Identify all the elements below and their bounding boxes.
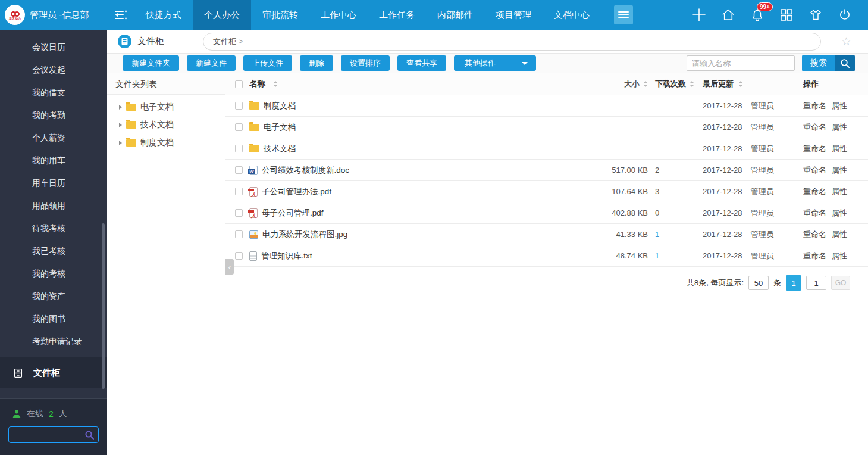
sidebar-menu-item[interactable]: 会议日历 (0, 36, 107, 58)
home-icon[interactable] (720, 7, 736, 23)
file-name-link[interactable]: 电子文档 (264, 122, 296, 133)
breadcrumb[interactable]: 文件柜 > (203, 33, 821, 51)
sort-icon-size[interactable] (643, 81, 648, 87)
sort-icon-name[interactable] (273, 81, 278, 87)
properties-link[interactable]: 属性 (832, 144, 847, 154)
row-checkbox[interactable] (235, 102, 243, 110)
properties-link[interactable]: 属性 (832, 251, 847, 261)
nav-tab[interactable]: 快捷方式 (134, 0, 193, 30)
sidebar-menu-item[interactable]: 我的用车 (0, 149, 107, 172)
sidebar-menu-item[interactable]: 待我考核 (0, 217, 107, 239)
toolbar-button[interactable]: 查看共享 (397, 55, 446, 71)
sidebar-menu-item[interactable]: 我的借支 (0, 81, 107, 104)
search-input[interactable] (687, 55, 795, 71)
online-label: 在线 (27, 409, 43, 419)
file-name-link[interactable]: 公司绩效考核制度新.doc (262, 165, 349, 176)
sidebar-menu-item[interactable]: 我的资产 (0, 285, 107, 307)
file-name-link[interactable]: 管理知识库.txt (261, 251, 312, 261)
sidebar-menu-item[interactable]: 用车日历 (0, 172, 107, 194)
search-icon[interactable] (835, 55, 855, 71)
row-checkbox[interactable] (235, 188, 243, 195)
tree-collapse-handle[interactable]: ‹ (225, 259, 234, 275)
file-name-link[interactable]: 子公司管理办法.pdf (262, 186, 331, 197)
online-user-icon (12, 409, 21, 419)
expand-arrow-icon[interactable] (119, 105, 122, 110)
expand-arrow-icon[interactable] (119, 141, 122, 145)
sidebar-search-icon[interactable] (84, 430, 95, 440)
nav-tab[interactable]: 工作任务 (368, 0, 426, 30)
logout-power-icon[interactable] (837, 7, 853, 23)
sidebar-scrollbar[interactable] (102, 223, 105, 389)
current-page-button[interactable]: 1 (786, 275, 801, 291)
row-checkbox[interactable] (235, 252, 243, 260)
company-logo: 华天动力 (5, 5, 25, 25)
search-button[interactable]: 搜索 (802, 55, 835, 71)
sidebar-menu-item[interactable]: 用品领用 (0, 194, 107, 217)
sort-icon-updated[interactable] (738, 81, 743, 87)
sidebar-menu-item[interactable]: 我的考核 (0, 262, 107, 285)
sidebar-menu-item[interactable]: 个人薪资 (0, 126, 107, 149)
select-all-checkbox[interactable] (235, 80, 243, 88)
more-menu-icon[interactable] (614, 5, 633, 24)
sort-icon-downloads[interactable] (690, 81, 694, 87)
file-name-link[interactable]: 母子公司管理.pdf (262, 208, 324, 219)
properties-link[interactable]: 属性 (832, 165, 847, 176)
toolbar-button[interactable]: 上传文件 (243, 55, 292, 71)
row-checkbox[interactable] (235, 145, 243, 152)
last-updated-cell: 2017-12-28 管理员 (695, 144, 800, 154)
row-checkbox[interactable] (235, 209, 243, 217)
sidebar-menu-item[interactable]: 会议发起 (0, 58, 107, 81)
more-actions-dropdown[interactable]: 其他操作 (454, 55, 536, 71)
sidebar-menu-item[interactable]: 考勤申请记录 (0, 330, 107, 353)
nav-tab[interactable]: 内部邮件 (426, 0, 484, 30)
rename-link[interactable]: 重命名 (803, 122, 826, 133)
row-checkbox[interactable] (235, 123, 243, 131)
chevron-down-icon (522, 62, 528, 65)
rename-link[interactable]: 重命名 (803, 165, 826, 176)
properties-link[interactable]: 属性 (832, 101, 847, 111)
toolbar-button[interactable]: 删除 (300, 55, 333, 71)
toolbar-button[interactable]: 设置排序 (341, 55, 390, 71)
sidebar-search-box (8, 426, 99, 443)
tree-folder-item[interactable]: 电子文档 (107, 98, 225, 116)
nav-tab[interactable]: 项目管理 (484, 0, 543, 30)
go-button[interactable]: GO (831, 276, 850, 290)
file-name-link[interactable]: 制度文档 (264, 101, 296, 111)
properties-link[interactable]: 属性 (832, 229, 847, 240)
rename-link[interactable]: 重命名 (803, 251, 826, 261)
nav-tab[interactable]: 文档中心 (543, 0, 601, 30)
rename-link[interactable]: 重命名 (803, 101, 826, 111)
sidebar-menu-item[interactable]: 我已考核 (0, 239, 107, 262)
expand-arrow-icon[interactable] (119, 123, 122, 127)
properties-link[interactable]: 属性 (832, 186, 847, 197)
sidebar-section-filecabinet[interactable]: 文件柜 (0, 357, 107, 388)
rename-link[interactable]: 重命名 (803, 186, 826, 197)
nav-tab[interactable]: 个人办公 (193, 0, 251, 30)
goto-page-input[interactable] (806, 276, 826, 290)
breadcrumb-item[interactable]: 文件柜 (213, 36, 236, 47)
nav-tab[interactable]: 工作中心 (309, 0, 368, 30)
row-checkbox[interactable] (235, 166, 243, 174)
properties-link[interactable]: 属性 (832, 208, 847, 219)
sidebar-menu-item[interactable]: 我的考勤 (0, 104, 107, 126)
properties-link[interactable]: 属性 (832, 122, 847, 133)
file-name-link[interactable]: 电力系统开发流程图.jpg (262, 229, 347, 240)
theme-shirt-icon[interactable] (808, 7, 823, 23)
notifications-bell-icon[interactable]: 99+ (750, 7, 765, 23)
rename-link[interactable]: 重命名 (803, 229, 826, 240)
rename-link[interactable]: 重命名 (803, 144, 826, 154)
nav-collapse-icon[interactable] (107, 0, 134, 30)
rename-link[interactable]: 重命名 (803, 208, 826, 219)
tree-folder-item[interactable]: 制度文档 (107, 134, 225, 152)
nav-tab[interactable]: 审批流转 (251, 0, 309, 30)
page-size-input[interactable] (748, 276, 769, 290)
tree-folder-item[interactable]: 技术文档 (107, 116, 225, 134)
apps-grid-icon[interactable] (779, 7, 794, 23)
toolbar-button[interactable]: 新建文件 (187, 55, 236, 71)
favorite-star-icon[interactable]: ☆ (841, 36, 851, 47)
toolbar-button[interactable]: 新建文件夹 (123, 55, 179, 71)
row-checkbox[interactable] (235, 230, 243, 238)
sidebar-menu-item[interactable]: 我的图书 (0, 307, 107, 330)
new-item-plus-icon[interactable] (691, 7, 707, 23)
file-name-link[interactable]: 技术文档 (264, 144, 296, 154)
